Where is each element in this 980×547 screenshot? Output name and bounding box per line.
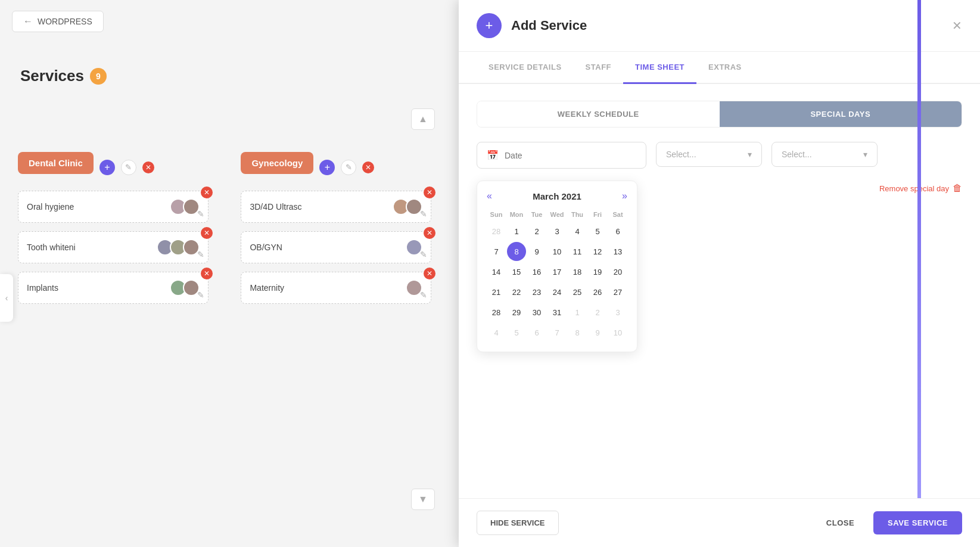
calendar-day[interactable]: 7 (547, 323, 567, 342)
gyno-add-button[interactable]: + (319, 160, 335, 175)
date-input[interactable] (505, 151, 636, 160)
calendar-day[interactable]: 28 (487, 222, 506, 241)
day-header-tue: Tue (527, 209, 546, 220)
remove-oral-button[interactable]: ✕ (201, 187, 213, 198)
calendar-day[interactable]: 27 (608, 282, 627, 302)
left-sidebar-tab[interactable]: ‹ (0, 274, 13, 322)
calendar-day[interactable]: 11 (568, 242, 587, 261)
calendar-day[interactable]: 2 (527, 222, 546, 241)
modal-content: WEEKLY SCHEDULE SPECIAL DAYS 📅 Select...… (459, 84, 980, 369)
prev-month-button[interactable]: « (487, 191, 492, 201)
calendar-day[interactable]: 26 (588, 282, 607, 302)
calendar-day[interactable]: 25 (568, 282, 587, 302)
special-days-button[interactable]: SPECIAL DAYS (720, 101, 962, 127)
calendar-day[interactable]: 16 (527, 262, 546, 281)
dental-add-button[interactable]: + (99, 160, 115, 175)
calendar-day[interactable]: 3 (547, 222, 567, 241)
calendar-day[interactable]: 7 (487, 242, 506, 261)
calendar-day[interactable]: 6 (608, 222, 627, 241)
calendar-day[interactable]: 22 (507, 282, 526, 302)
calendar-day[interactable]: 15 (507, 262, 526, 281)
scroll-up-button[interactable]: ▲ (411, 108, 435, 130)
save-service-button[interactable]: SAVE SERVICE (873, 511, 962, 534)
remove-tooth-button[interactable]: ✕ (201, 227, 213, 239)
select-dropdown-1[interactable]: Select... ▾ (656, 142, 762, 167)
tab-service-details[interactable]: SERVICE DETAILS (477, 52, 574, 84)
schedule-toggle: WEEKLY SCHEDULE SPECIAL DAYS (477, 101, 962, 128)
month-year-label: March 2021 (533, 191, 581, 201)
hide-service-button[interactable]: HIDE SERVICE (477, 511, 559, 535)
calendar-day[interactable]: 3 (608, 303, 627, 322)
services-count-badge: 9 (90, 68, 107, 85)
select-dropdown-2[interactable]: Select... ▾ (771, 142, 878, 167)
calendar-day[interactable]: 29 (507, 303, 526, 322)
list-item: ✕ Implants ✎ (18, 272, 209, 304)
tab-staff[interactable]: STAFF (574, 52, 623, 84)
edit-icon[interactable]: ✎ (420, 250, 427, 259)
edit-icon[interactable]: ✎ (420, 290, 427, 300)
list-item: ✕ 3D/4D Ultrasc ✎ (241, 191, 431, 223)
day-header-sun: Sun (487, 209, 506, 220)
close-button[interactable]: CLOSE (816, 511, 865, 534)
calendar-day[interactable]: 5 (507, 323, 526, 342)
dental-clinic-header: Dental Clinic (18, 152, 94, 174)
edit-icon[interactable]: ✎ (420, 209, 427, 219)
next-month-button[interactable]: » (622, 191, 627, 201)
calendar-grid: Sun Mon Tue Wed Thu Fri Sat 28 1 2 3 4 5… (487, 209, 627, 342)
edit-icon[interactable]: ✎ (197, 209, 204, 219)
calendar-day[interactable]: 1 (568, 303, 587, 322)
calendar-day[interactable]: 18 (568, 262, 587, 281)
calendar-day[interactable]: 31 (547, 303, 567, 322)
modal-footer: HIDE SERVICE CLOSE SAVE SERVICE (459, 498, 980, 547)
services-title: Services 9 (20, 67, 107, 85)
gyno-edit-button[interactable]: ✎ (341, 160, 356, 175)
modal-close-button[interactable]: ✕ (952, 18, 962, 33)
calendar-day[interactable]: 28 (487, 303, 506, 322)
calendar-day[interactable]: 5 (588, 222, 607, 241)
calendar-day-selected[interactable]: 8 (507, 242, 526, 261)
categories-area: Dental Clinic + ✎ ✕ ✕ Oral hygiene ✎ ✕ T… (18, 152, 465, 312)
remove-ob-button[interactable]: ✕ (424, 227, 435, 239)
calendar-day[interactable]: 2 (588, 303, 607, 322)
calendar-day[interactable]: 12 (588, 242, 607, 261)
remove-implants-button[interactable]: ✕ (201, 268, 213, 279)
calendar-day[interactable]: 6 (527, 323, 546, 342)
tab-extras[interactable]: EXTRAS (696, 52, 754, 84)
calendar-day[interactable]: 4 (568, 222, 587, 241)
scroll-down-button[interactable]: ▼ (411, 489, 435, 510)
remove-3d-button[interactable]: ✕ (424, 187, 435, 198)
calendar-icon: 📅 (487, 150, 499, 161)
calendar-day[interactable]: 30 (527, 303, 546, 322)
remove-special-day-button[interactable]: Remove special day 🗑 (649, 183, 962, 194)
date-input-wrapper[interactable]: 📅 (477, 142, 646, 169)
weekly-schedule-button[interactable]: WEEKLY SCHEDULE (477, 101, 720, 127)
wordpress-button[interactable]: ← WORDPRESS (12, 11, 104, 32)
chevron-down-icon: ▾ (748, 150, 752, 159)
dental-remove-button[interactable]: ✕ (142, 161, 154, 173)
calendar-day[interactable]: 10 (608, 323, 627, 342)
gyno-remove-button[interactable]: ✕ (362, 161, 374, 173)
calendar-day[interactable]: 1 (507, 222, 526, 241)
calendar-day[interactable]: 23 (527, 282, 546, 302)
calendar-day[interactable]: 9 (527, 242, 546, 261)
wordpress-label: WORDPRESS (38, 17, 92, 26)
calendar-day[interactable]: 10 (547, 242, 567, 261)
calendar-day[interactable]: 17 (547, 262, 567, 281)
calendar-day[interactable]: 9 (588, 323, 607, 342)
modal-title: Add Service (511, 18, 942, 33)
edit-icon[interactable]: ✎ (197, 290, 204, 300)
remove-maternity-button[interactable]: ✕ (424, 268, 435, 279)
calendar-day[interactable]: 19 (588, 262, 607, 281)
calendar-nav: « March 2021 » (487, 191, 627, 201)
calendar-day[interactable]: 14 (487, 262, 506, 281)
calendar-day[interactable]: 21 (487, 282, 506, 302)
calendar-day[interactable]: 13 (608, 242, 627, 261)
calendar-day[interactable]: 8 (568, 323, 587, 342)
calendar-day[interactable]: 20 (608, 262, 627, 281)
tab-time-sheet[interactable]: TIME SHEET (623, 52, 696, 84)
calendar-day[interactable]: 24 (547, 282, 567, 302)
edit-icon[interactable]: ✎ (197, 250, 204, 259)
calendar-day[interactable]: 4 (487, 323, 506, 342)
list-item: ✕ Maternity ✎ (241, 272, 431, 304)
dental-edit-button[interactable]: ✎ (121, 160, 136, 175)
